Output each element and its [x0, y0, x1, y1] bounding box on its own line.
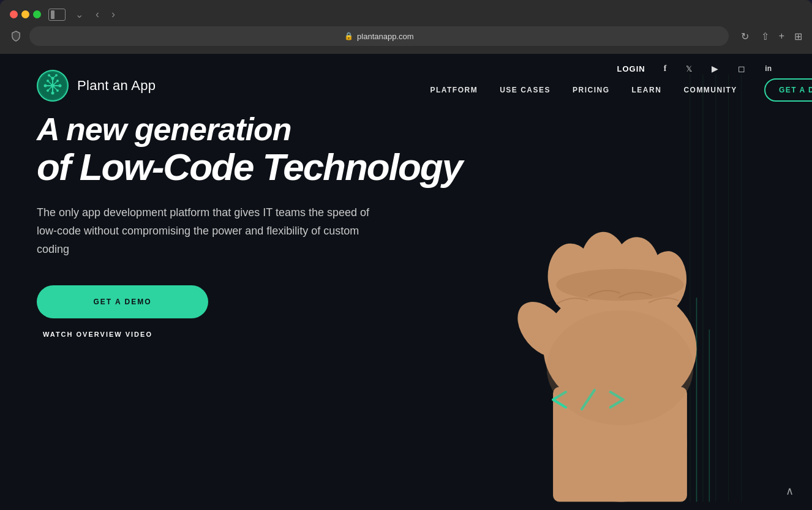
nav-pricing[interactable]: PRICING	[573, 86, 610, 94]
instagram-icon[interactable]: ◻	[734, 61, 749, 76]
facebook-icon[interactable]: f	[660, 61, 671, 76]
nav-learn[interactable]: LEARN	[632, 86, 662, 94]
nav-platform[interactable]: PLATFORM	[430, 86, 478, 94]
nav-use-cases[interactable]: USE CASES	[500, 86, 551, 94]
sidebar-toggle-button[interactable]	[48, 9, 66, 21]
top-nav-row: LOGIN f 𝕏 ▶ ◻ in	[617, 61, 775, 76]
address-bar-row: 🔒 plantanapp.com ↻ ⇧ + ⊞	[0, 26, 812, 52]
traffic-light-red[interactable]	[10, 10, 18, 18]
address-bar[interactable]: 🔒 plantanapp.com	[29, 26, 729, 46]
hero-subtitle: The only app development platform that g…	[37, 204, 392, 258]
lock-icon: 🔒	[344, 32, 353, 40]
grid-icon[interactable]: ⊞	[794, 31, 802, 42]
browser-titlebar: ⌄ ‹ ›	[0, 0, 812, 26]
hero-content: A new generation of Low-Code Technology …	[37, 112, 462, 338]
traffic-light-yellow[interactable]	[21, 10, 29, 18]
nav-bottom-row: PLATFORM USE CASES PRICING LEARN COMMUNI…	[37, 78, 812, 102]
svg-point-39	[556, 269, 683, 301]
scroll-indicator[interactable]: ∧	[786, 484, 794, 498]
nav-community[interactable]: COMMUNITY	[683, 86, 737, 94]
back-button[interactable]: ‹	[93, 8, 102, 21]
login-button[interactable]: LOGIN	[617, 64, 645, 73]
website-content: Plant an App LOGIN f 𝕏 ▶ ◻ in PLATFORM U…	[0, 54, 812, 510]
nav-demo-button[interactable]: GET A DEMO	[764, 78, 812, 102]
hero-buttons: GET A DEMO WATCH OVERVIEW VIDEO	[37, 285, 462, 338]
hero-section: A new generation of Low-Code Technology …	[0, 54, 812, 510]
hero-title-line1: A new generation	[37, 112, 462, 147]
chevron-down-icon[interactable]: ⌄	[73, 7, 86, 21]
svg-point-21	[55, 74, 58, 77]
hero-title-line2: of Low-Code Technology	[37, 147, 462, 187]
shield-icon	[10, 30, 22, 42]
traffic-light-green[interactable]	[33, 10, 41, 18]
nav-links: PLATFORM USE CASES PRICING LEARN COMMUNI…	[430, 78, 812, 102]
new-tab-icon[interactable]: +	[779, 31, 784, 42]
traffic-lights	[10, 10, 41, 18]
svg-point-20	[48, 74, 50, 77]
linkedin-icon[interactable]: in	[761, 62, 775, 75]
youtube-icon[interactable]: ▶	[708, 61, 722, 76]
browser-actions: ⇧ + ⊞	[761, 31, 802, 42]
url-display: plantanapp.com	[357, 32, 414, 41]
forward-button[interactable]: ›	[109, 8, 118, 21]
navbar: Plant an App LOGIN f 𝕏 ▶ ◻ in PLATFORM U…	[0, 54, 812, 109]
svg-point-38	[546, 310, 693, 426]
share-icon[interactable]: ⇧	[761, 31, 769, 42]
browser-chrome: ⌄ ‹ › 🔒 plantanapp.com ↻ ⇧ + ⊞	[0, 0, 812, 54]
reload-button[interactable]: ↻	[741, 31, 749, 42]
hero-video-link[interactable]: WATCH OVERVIEW VIDEO	[37, 331, 152, 338]
twitter-icon[interactable]: 𝕏	[682, 62, 696, 76]
hero-demo-button[interactable]: GET A DEMO	[37, 285, 208, 318]
